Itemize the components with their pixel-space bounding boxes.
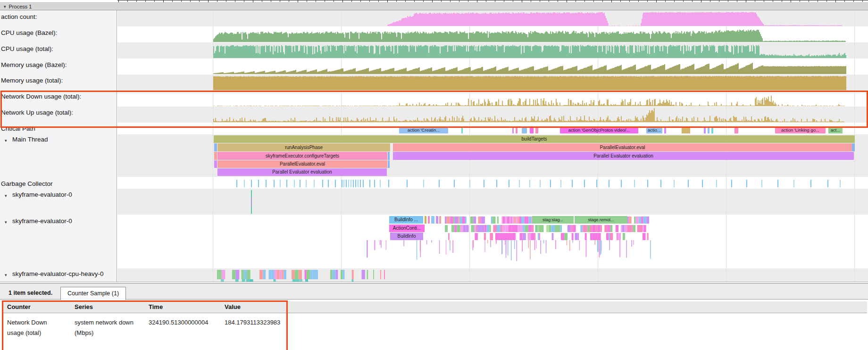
track-label-text: skyframe-evaluator-0: [12, 191, 72, 198]
sample-table-header: Counter Series Time Value: [2, 301, 867, 313]
main-thread-sliver[interactable]: [214, 143, 217, 151]
track-label-text: CPU usage (total):: [1, 45, 53, 52]
main-thread-span[interactable]: Parallel Evaluator evaluation: [393, 152, 854, 160]
track-label-skyframe-evaluator-0-b[interactable]: ▾skyframe-evaluator-0: [12, 217, 72, 225]
col-header-value: Value: [225, 301, 241, 313]
track-label-memory-usage-bazel: Memory usage (Bazel):: [1, 61, 67, 68]
track-label-cpu-usage-total: CPU usage (total):: [1, 45, 53, 52]
col-header-series: Series: [75, 301, 93, 313]
cell-counter: Network Down usage (total): [7, 317, 64, 338]
track-label-critical-path: Critical Path: [1, 125, 35, 132]
main-thread-span[interactable]: Parallel Evaluator evaluation: [217, 168, 387, 176]
evaluator-span[interactable]: ActionConti...: [389, 225, 425, 232]
track-label-text: CPU usage (Bazel):: [1, 29, 57, 36]
main-thread-sliver[interactable]: [214, 160, 217, 168]
track-label-text: Network Down usage (total):: [1, 93, 81, 100]
track-label-cpu-usage-bazel: CPU usage (Bazel):: [1, 29, 57, 36]
trace-viewer: ▾ Process 1 action count:CPU usage (Baze…: [0, 0, 868, 350]
collapse-triangle-icon[interactable]: ▾: [5, 192, 7, 200]
critical-path-action-span[interactable]: action 'GenObjcProtos video/...: [560, 126, 638, 133]
critical-path-tick[interactable]: [734, 126, 738, 133]
critical-path-action-span[interactable]: action 'Creatin...: [399, 126, 448, 133]
track-label-text: skyframe-evaluator-cpu-heavy-0: [12, 270, 104, 277]
track-label-panel: action count:CPU usage (Bazel):CPU usage…: [0, 10, 117, 282]
critical-path-tick[interactable]: [711, 126, 713, 133]
tab-counter-sample-label: Counter Sample (1): [67, 290, 119, 297]
selection-status: 1 item selected.: [8, 290, 52, 296]
critical-path-tick[interactable]: [516, 126, 517, 133]
critical-path-tick[interactable]: [512, 126, 514, 133]
main-thread-sliver[interactable]: [388, 152, 390, 160]
track-label-garbage-collector: Garbage Collector: [1, 180, 53, 187]
collapse-triangle-icon[interactable]: ▾: [5, 137, 7, 144]
main-thread-span[interactable]: ParallelEvaluator.eval: [217, 160, 387, 168]
col-header-counter: Counter: [7, 301, 31, 313]
evaluator-span[interactable]: stag:stag...: [532, 216, 574, 224]
cell-value: 184.1793113323983: [225, 317, 300, 328]
collapse-triangle-icon[interactable]: ▾: [4, 4, 6, 9]
cell-series: system network down (Mbps): [75, 317, 143, 338]
critical-path-tick[interactable]: [704, 126, 706, 133]
track-label-text: skyframe-evaluator-0: [12, 217, 72, 225]
track-label-skyframe-evaluator-cpu-heavy-0[interactable]: ▾skyframe-evaluator-cpu-heavy-0: [12, 270, 104, 277]
process-header[interactable]: ▾ Process 1: [0, 2, 868, 10]
critical-path-action-span[interactable]: act...: [828, 126, 843, 133]
evaluator-span[interactable]: stage.remot...: [575, 216, 627, 224]
critical-path-tick[interactable]: [682, 126, 690, 133]
timeline-tracks[interactable]: action 'Creatin...action 'GenObjcProtos …: [117, 10, 868, 282]
track-label-text: Main Thread: [12, 136, 48, 143]
details-panel: 1 item selected. Counter Sample (1) Coun…: [0, 283, 868, 350]
cell-time: 324190.51300000004: [149, 317, 224, 328]
critical-path-tick[interactable]: [535, 126, 538, 133]
track-label-main-thread[interactable]: ▾Main Thread: [12, 136, 48, 143]
critical-path-action-span[interactable]: actio...: [646, 126, 662, 133]
track-label-text: Memory usage (Bazel):: [1, 61, 67, 68]
critical-path-action-span[interactable]: action 'Linking go...: [775, 126, 826, 133]
collapse-triangle-icon[interactable]: ▾: [5, 219, 7, 226]
collapse-triangle-icon[interactable]: ▾: [5, 272, 7, 279]
critical-path-tick[interactable]: [461, 126, 463, 133]
main-thread-span[interactable]: buildTargets: [214, 135, 855, 143]
main-thread-span[interactable]: runAnalysisPhase: [217, 143, 390, 151]
track-label-text: action count:: [1, 13, 37, 20]
evaluator-span[interactable]: BuildInfo ...: [389, 216, 423, 224]
track-label-text: Critical Path: [1, 125, 35, 132]
critical-path-tick[interactable]: [664, 126, 666, 133]
track-label-network-down-usage-total: Network Down usage (total):: [1, 93, 81, 100]
critical-path-tick[interactable]: [708, 126, 709, 133]
evaluator-span[interactable]: BuildInfo: [390, 233, 423, 240]
main-thread-span[interactable]: skyframeExecutor.configureTargets: [217, 152, 387, 160]
track-label-text: Garbage Collector: [1, 180, 53, 187]
tab-counter-sample[interactable]: Counter Sample (1): [60, 287, 126, 300]
main-thread-sliver[interactable]: [852, 143, 855, 151]
process-title: Process 1: [9, 4, 32, 9]
track-label-skyframe-evaluator-0[interactable]: ▾skyframe-evaluator-0: [12, 191, 72, 198]
col-header-time: Time: [149, 301, 163, 313]
main-thread-sliver[interactable]: [388, 160, 390, 168]
critical-path-tick[interactable]: [530, 126, 534, 133]
critical-path-tick[interactable]: [522, 126, 527, 133]
main-thread-sliver[interactable]: [214, 152, 217, 160]
track-label-text: Memory usage (total):: [1, 77, 63, 84]
track-label-text: Network Up usage (total):: [1, 109, 73, 116]
track-label-action-count: action count:: [1, 13, 37, 20]
main-thread-span[interactable]: ParallelEvaluator.eval: [393, 143, 852, 151]
track-label-memory-usage-total: Memory usage (total):: [1, 77, 63, 84]
sample-table: Counter Series Time Value Network Down u…: [0, 299, 868, 350]
track-label-network-up-usage-total: Network Up usage (total):: [1, 109, 73, 116]
